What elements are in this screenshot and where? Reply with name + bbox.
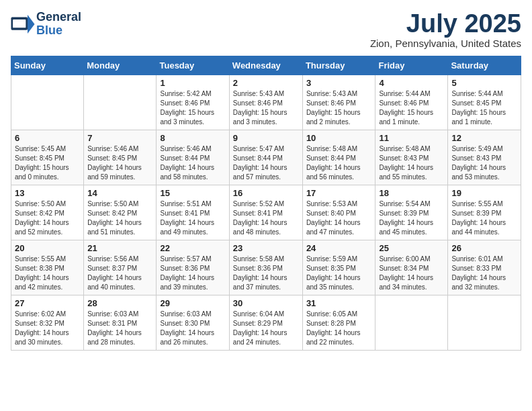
calendar-cell: 8Sunrise: 5:46 AMSunset: 8:44 PMDaylight… [157, 130, 229, 185]
calendar-cell: 18Sunrise: 5:54 AMSunset: 8:39 PMDayligh… [375, 185, 448, 240]
calendar-cell: 15Sunrise: 5:51 AMSunset: 8:41 PMDayligh… [157, 185, 229, 240]
calendar-week-1: 1Sunrise: 5:42 AMSunset: 8:46 PMDaylight… [11, 75, 521, 130]
cell-info: Sunrise: 5:46 AMSunset: 8:44 PMDaylight:… [160, 144, 225, 182]
calendar-cell: 13Sunrise: 5:50 AMSunset: 8:42 PMDayligh… [11, 185, 84, 240]
calendar-cell: 20Sunrise: 5:55 AMSunset: 8:38 PMDayligh… [11, 240, 84, 295]
calendar-week-2: 6Sunrise: 5:45 AMSunset: 8:45 PMDaylight… [11, 130, 521, 185]
calendar-cell: 10Sunrise: 5:48 AMSunset: 8:44 PMDayligh… [302, 130, 375, 185]
logo: General Blue [11, 11, 81, 38]
calendar-cell: 31Sunrise: 6:05 AMSunset: 8:28 PMDayligh… [302, 295, 375, 351]
calendar-cell: 25Sunrise: 6:00 AMSunset: 8:34 PMDayligh… [375, 240, 448, 295]
location: Zion, Pennsylvania, United States [370, 38, 521, 49]
logo-icon [11, 15, 35, 34]
cell-info: Sunrise: 5:50 AMSunset: 8:42 PMDaylight:… [15, 199, 80, 237]
cell-info: Sunrise: 5:43 AMSunset: 8:46 PMDaylight:… [233, 89, 299, 127]
page-header: General Blue July 2025 Zion, Pennsylvani… [11, 11, 521, 49]
calendar-cell: 4Sunrise: 5:44 AMSunset: 8:46 PMDaylight… [375, 75, 448, 130]
calendar-cell [448, 295, 521, 351]
calendar-cell: 30Sunrise: 6:04 AMSunset: 8:29 PMDayligh… [229, 295, 302, 351]
column-header-tuesday: Tuesday [157, 56, 229, 75]
cell-info: Sunrise: 6:05 AMSunset: 8:28 PMDaylight:… [306, 310, 372, 347]
cell-info: Sunrise: 5:43 AMSunset: 8:46 PMDaylight:… [306, 89, 372, 127]
column-header-sunday: Sunday [11, 56, 84, 75]
calendar-cell: 3Sunrise: 5:43 AMSunset: 8:46 PMDaylight… [302, 75, 375, 130]
calendar-week-4: 20Sunrise: 5:55 AMSunset: 8:38 PMDayligh… [11, 240, 521, 295]
calendar-cell: 28Sunrise: 6:03 AMSunset: 8:31 PMDayligh… [84, 295, 157, 351]
cell-info: Sunrise: 6:03 AMSunset: 8:31 PMDaylight:… [87, 310, 152, 347]
cell-info: Sunrise: 5:44 AMSunset: 8:45 PMDaylight:… [451, 89, 517, 127]
cell-info: Sunrise: 6:02 AMSunset: 8:32 PMDaylight:… [15, 310, 80, 347]
day-number: 28 [87, 298, 152, 308]
day-number: 24 [306, 243, 372, 253]
month-title: July 2025 [370, 11, 521, 36]
column-header-thursday: Thursday [302, 56, 375, 75]
cell-info: Sunrise: 5:57 AMSunset: 8:36 PMDaylight:… [160, 255, 225, 292]
svg-marker-1 [28, 15, 35, 34]
day-number: 26 [451, 243, 517, 253]
cell-info: Sunrise: 6:01 AMSunset: 8:33 PMDaylight:… [451, 255, 517, 292]
calendar-cell [84, 75, 157, 130]
calendar-cell: 24Sunrise: 5:59 AMSunset: 8:35 PMDayligh… [302, 240, 375, 295]
column-header-friday: Friday [375, 56, 448, 75]
cell-info: Sunrise: 5:45 AMSunset: 8:45 PMDaylight:… [15, 144, 80, 182]
calendar-week-5: 27Sunrise: 6:02 AMSunset: 8:32 PMDayligh… [11, 295, 521, 351]
calendar-table: SundayMondayTuesdayWednesdayThursdayFrid… [11, 56, 521, 351]
svg-rect-2 [13, 19, 26, 28]
column-header-wednesday: Wednesday [229, 56, 302, 75]
day-number: 25 [379, 243, 444, 253]
cell-info: Sunrise: 6:00 AMSunset: 8:34 PMDaylight:… [379, 255, 444, 292]
day-number: 10 [306, 133, 372, 143]
day-number: 18 [379, 188, 444, 198]
day-number: 30 [233, 298, 299, 308]
cell-info: Sunrise: 5:58 AMSunset: 8:36 PMDaylight:… [233, 255, 299, 292]
calendar-header-row: SundayMondayTuesdayWednesdayThursdayFrid… [11, 56, 521, 75]
calendar-cell: 16Sunrise: 5:52 AMSunset: 8:41 PMDayligh… [229, 185, 302, 240]
calendar-week-3: 13Sunrise: 5:50 AMSunset: 8:42 PMDayligh… [11, 185, 521, 240]
day-number: 31 [306, 298, 372, 308]
calendar-cell: 9Sunrise: 5:47 AMSunset: 8:44 PMDaylight… [229, 130, 302, 185]
calendar-cell: 6Sunrise: 5:45 AMSunset: 8:45 PMDaylight… [11, 130, 84, 185]
day-number: 11 [379, 133, 444, 143]
logo-text: General Blue [36, 11, 81, 38]
cell-info: Sunrise: 6:03 AMSunset: 8:30 PMDaylight:… [160, 310, 225, 347]
day-number: 19 [451, 188, 517, 198]
cell-info: Sunrise: 5:44 AMSunset: 8:46 PMDaylight:… [379, 89, 444, 127]
cell-info: Sunrise: 5:55 AMSunset: 8:39 PMDaylight:… [451, 199, 517, 237]
day-number: 2 [233, 78, 299, 88]
calendar-cell: 19Sunrise: 5:55 AMSunset: 8:39 PMDayligh… [448, 185, 521, 240]
cell-info: Sunrise: 6:04 AMSunset: 8:29 PMDaylight:… [233, 310, 299, 347]
cell-info: Sunrise: 5:47 AMSunset: 8:44 PMDaylight:… [233, 144, 299, 182]
day-number: 13 [15, 188, 80, 198]
cell-info: Sunrise: 5:56 AMSunset: 8:37 PMDaylight:… [87, 255, 152, 292]
calendar-cell: 12Sunrise: 5:49 AMSunset: 8:43 PMDayligh… [448, 130, 521, 185]
day-number: 17 [306, 188, 372, 198]
day-number: 8 [160, 133, 225, 143]
calendar-cell: 1Sunrise: 5:42 AMSunset: 8:46 PMDaylight… [157, 75, 229, 130]
calendar-cell [11, 75, 84, 130]
cell-info: Sunrise: 5:55 AMSunset: 8:38 PMDaylight:… [15, 255, 80, 292]
day-number: 14 [87, 188, 152, 198]
calendar-cell: 23Sunrise: 5:58 AMSunset: 8:36 PMDayligh… [229, 240, 302, 295]
day-number: 12 [451, 133, 517, 143]
day-number: 15 [160, 188, 225, 198]
column-header-saturday: Saturday [448, 56, 521, 75]
calendar-cell: 21Sunrise: 5:56 AMSunset: 8:37 PMDayligh… [84, 240, 157, 295]
day-number: 22 [160, 243, 225, 253]
cell-info: Sunrise: 5:54 AMSunset: 8:39 PMDaylight:… [379, 199, 444, 237]
cell-info: Sunrise: 5:51 AMSunset: 8:41 PMDaylight:… [160, 199, 225, 237]
day-number: 20 [15, 243, 80, 253]
day-number: 3 [306, 78, 372, 88]
calendar-cell: 7Sunrise: 5:46 AMSunset: 8:45 PMDaylight… [84, 130, 157, 185]
day-number: 7 [87, 133, 152, 143]
cell-info: Sunrise: 5:42 AMSunset: 8:46 PMDaylight:… [160, 89, 225, 127]
calendar-cell: 11Sunrise: 5:48 AMSunset: 8:43 PMDayligh… [375, 130, 448, 185]
title-block: July 2025 Zion, Pennsylvania, United Sta… [370, 11, 521, 49]
cell-info: Sunrise: 5:49 AMSunset: 8:43 PMDaylight:… [451, 144, 517, 182]
cell-info: Sunrise: 5:59 AMSunset: 8:35 PMDaylight:… [306, 255, 372, 292]
calendar-cell: 22Sunrise: 5:57 AMSunset: 8:36 PMDayligh… [157, 240, 229, 295]
day-number: 23 [233, 243, 299, 253]
cell-info: Sunrise: 5:48 AMSunset: 8:43 PMDaylight:… [379, 144, 444, 182]
column-header-monday: Monday [84, 56, 157, 75]
day-number: 1 [160, 78, 225, 88]
calendar-cell: 14Sunrise: 5:50 AMSunset: 8:42 PMDayligh… [84, 185, 157, 240]
